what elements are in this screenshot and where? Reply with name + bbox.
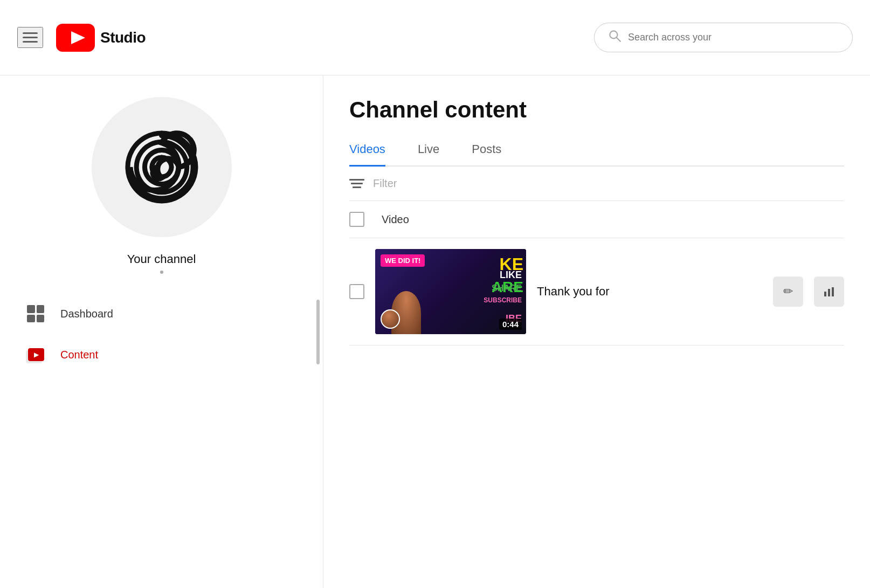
- youtube-studio-logo: [56, 24, 95, 52]
- content-area: Channel content Videos Live Posts Filter…: [323, 75, 870, 588]
- table-header: Video: [349, 201, 844, 238]
- row-checkbox[interactable]: [349, 284, 364, 299]
- page-title: Channel content: [349, 97, 844, 123]
- table-row: WE DID IT! KE ARE LIKE SHARE SUBSCRIBE I…: [349, 238, 844, 345]
- video-column-header: Video: [382, 213, 409, 226]
- search-icon: [607, 29, 622, 46]
- svg-line-3: [617, 38, 620, 41]
- filter-icon: [349, 179, 364, 188]
- menu-button[interactable]: [17, 27, 43, 48]
- action-icons: ✏: [773, 276, 844, 307]
- tab-live[interactable]: Live: [418, 142, 439, 167]
- main-layout: Your channel Dashboard ▶: [0, 75, 870, 588]
- sidebar-nav: Dashboard ▶ Content: [0, 295, 323, 373]
- search-bar: [594, 23, 853, 52]
- sidebar: Your channel Dashboard ▶: [0, 75, 323, 588]
- sidebar-item-content-label: Content: [60, 349, 98, 361]
- analytics-button[interactable]: [814, 276, 844, 307]
- channel-avatar[interactable]: [92, 97, 232, 237]
- svg-rect-6: [832, 287, 834, 296]
- header: Studio: [0, 0, 870, 75]
- thumb-subscribe: SUBSCRIBE: [484, 296, 522, 304]
- select-all-checkbox[interactable]: [349, 212, 364, 227]
- edit-button[interactable]: ✏: [773, 276, 803, 307]
- studio-label: Studio: [100, 29, 146, 46]
- pencil-icon: ✏: [783, 285, 793, 299]
- video-duration: 0:44: [499, 319, 522, 330]
- tabs-bar: Videos Live Posts: [349, 142, 844, 167]
- thumb-like: LIKE: [500, 269, 522, 281]
- search-input[interactable]: [628, 32, 839, 43]
- thumb-avatar: [381, 309, 400, 329]
- dashboard-icon: [26, 304, 45, 323]
- content-icon: ▶: [26, 345, 45, 364]
- channel-name: Your channel: [127, 252, 196, 266]
- logo-link[interactable]: Studio: [56, 24, 146, 52]
- sidebar-scrollbar[interactable]: [316, 300, 320, 364]
- thumb-share: SHARE: [492, 283, 522, 293]
- thumb-text-wediddit: WE DID IT!: [381, 254, 425, 267]
- channel-dot: [160, 271, 163, 274]
- video-thumbnail[interactable]: WE DID IT! KE ARE LIKE SHARE SUBSCRIBE I…: [375, 249, 526, 334]
- sidebar-item-content[interactable]: ▶ Content: [11, 336, 312, 373]
- sidebar-item-dashboard[interactable]: Dashboard: [11, 295, 312, 332]
- filter-label: Filter: [373, 177, 397, 190]
- svg-rect-4: [824, 292, 826, 296]
- channel-spiral-icon: [113, 119, 210, 216]
- filter-bar[interactable]: Filter: [349, 167, 844, 201]
- svg-rect-5: [828, 289, 830, 296]
- video-title: Thank you for: [537, 285, 762, 299]
- tab-posts[interactable]: Posts: [472, 142, 501, 167]
- chart-bar-icon: [823, 285, 836, 298]
- tab-videos[interactable]: Videos: [349, 142, 385, 167]
- sidebar-item-dashboard-label: Dashboard: [60, 308, 113, 320]
